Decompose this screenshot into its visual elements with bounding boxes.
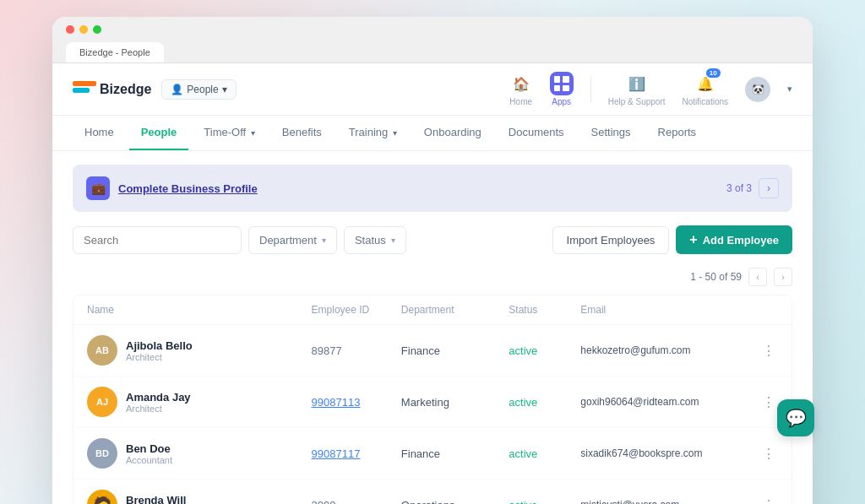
add-employee-button[interactable]: + Add Employee — [676, 225, 792, 254]
more-options-button[interactable]: ⋮ — [760, 446, 778, 462]
logo-area: Bizedge 👤 People ▾ — [73, 79, 237, 100]
nav-help[interactable]: ℹ️ Help & Support — [608, 72, 666, 106]
nav-item-settings[interactable]: Settings — [579, 116, 643, 150]
employee-cell: 🧑 Brenda Will Accountant — [87, 490, 312, 504]
maximize-dot[interactable] — [93, 25, 101, 34]
nav-apps-label: Apps — [552, 97, 571, 106]
status-label: Status — [355, 234, 386, 247]
employee-id[interactable]: 99087117 — [312, 447, 401, 460]
nav-divider — [590, 77, 591, 102]
employee-id: 89877 — [312, 344, 401, 357]
add-employee-label: Add Employee — [703, 234, 779, 247]
status-filter[interactable]: Status ▾ — [344, 226, 406, 254]
user-avatar[interactable]: 🐼 — [745, 77, 770, 102]
nav-item-people[interactable]: People — [129, 116, 189, 150]
browser-tab: Bizedge - People — [66, 42, 164, 62]
plus-icon: + — [689, 232, 697, 247]
more-options-button[interactable]: ⋮ — [760, 394, 778, 410]
employee-info: Ajibola Bello Architect — [126, 339, 193, 362]
employee-id: 3099 — [312, 499, 401, 505]
employee-name[interactable]: Ajibola Bello — [126, 339, 193, 352]
logo-icon — [73, 81, 96, 98]
employee-info: Ben Doe Accountant — [126, 442, 172, 465]
banner-left: 💼 Complete Business Profile — [86, 176, 258, 200]
banner-next-arrow[interactable]: › — [759, 178, 779, 198]
secondary-navigation: Home People Time-Off ▾ Benefits Training… — [52, 116, 813, 151]
user-dropdown-arrow[interactable]: ▾ — [787, 84, 792, 95]
chat-fab-button[interactable]: 💬 — [777, 399, 814, 436]
user-icon: 👤 — [171, 84, 183, 95]
department-arrow: ▾ — [322, 236, 326, 245]
logo[interactable]: Bizedge — [73, 81, 151, 98]
col-email: Email — [580, 304, 759, 316]
nav-item-documents[interactable]: Documents — [497, 116, 576, 150]
col-department: Department — [401, 304, 509, 316]
nav-notifications-label: Notifications — [683, 97, 728, 106]
table-header: Name Employee ID Department Status Email — [73, 295, 792, 325]
avatar: AJ — [87, 387, 117, 417]
help-icon: ℹ️ — [625, 72, 649, 95]
nav-item-reports[interactable]: Reports — [646, 116, 709, 150]
nav-item-onboarding[interactable]: Onboarding — [412, 116, 493, 150]
chevron-down-icon: ▾ — [222, 84, 227, 95]
bell-icon: 🔔 10 — [694, 72, 717, 95]
logo-text: Bizedge — [100, 82, 151, 97]
email-cell: hekkozetro@gufum.com — [580, 344, 759, 356]
nav-home-label: Home — [509, 97, 532, 106]
col-employee-id: Employee ID — [312, 304, 401, 316]
employee-name[interactable]: Ben Doe — [126, 442, 172, 455]
people-dropdown-badge[interactable]: 👤 People ▾ — [161, 79, 236, 100]
email-cell: misticusti@vusra.com — [580, 499, 759, 504]
notification-count: 10 — [706, 68, 721, 78]
avatar: BD — [87, 438, 117, 469]
employee-id[interactable]: 99087113 — [312, 396, 401, 409]
status-badge: active — [509, 447, 580, 460]
more-options-button[interactable]: ⋮ — [760, 343, 778, 359]
timeoff-arrow: ▾ — [251, 128, 255, 138]
nav-item-timeoff[interactable]: Time-Off ▾ — [192, 116, 266, 150]
close-dot[interactable] — [66, 25, 74, 34]
department-cell: Finance — [401, 344, 509, 357]
banner-title[interactable]: Complete Business Profile — [118, 182, 258, 195]
nav-apps[interactable]: Apps — [550, 72, 574, 106]
profile-banner: 💼 Complete Business Profile 3 of 3 › — [73, 165, 792, 212]
col-actions — [760, 304, 778, 316]
import-employees-button[interactable]: Import Employees — [552, 226, 670, 254]
email-cell: sixadik674@bookspre.com — [580, 447, 759, 459]
banner-counter: 3 of 3 — [726, 182, 752, 194]
table-row: AB Ajibola Bello Architect 89877 Finance… — [73, 325, 792, 377]
avatar: AB — [87, 335, 117, 366]
browser-chrome: Bizedge - People — [52, 17, 813, 63]
department-cell: Marketing — [401, 396, 509, 409]
department-cell: Operations — [401, 499, 509, 505]
minimize-dot[interactable] — [79, 25, 88, 34]
search-input[interactable] — [73, 226, 242, 254]
pagination-info: 1 - 50 of 59 — [690, 271, 742, 283]
table-row: AJ Amanda Jay Architect 99087113 Marketi… — [73, 377, 792, 428]
more-options-button[interactable]: ⋮ — [760, 497, 778, 505]
avatar: 🧑 — [87, 490, 117, 504]
employee-cell: AJ Amanda Jay Architect — [87, 387, 312, 417]
employee-info: Amanda Jay Architect — [126, 391, 191, 414]
nav-item-benefits[interactable]: Benefits — [270, 116, 334, 150]
employee-table: Name Employee ID Department Status Email… — [73, 295, 792, 504]
department-filter[interactable]: Department ▾ — [248, 226, 337, 254]
browser-dots — [66, 25, 799, 34]
chat-icon: 💬 — [786, 408, 807, 428]
nav-notifications[interactable]: 🔔 10 Notifications — [683, 72, 728, 106]
prev-page-button[interactable]: ‹ — [748, 268, 767, 286]
employee-name[interactable]: Brenda Will — [126, 494, 186, 505]
next-page-button[interactable]: › — [774, 268, 792, 286]
table-row: BD Ben Doe Accountant 99087117 Finance a… — [73, 428, 792, 480]
employee-name[interactable]: Amanda Jay — [126, 391, 191, 404]
nav-home[interactable]: 🏠 Home — [509, 72, 533, 106]
top-nav-right: 🏠 Home Apps ℹ️ Help & Support 🔔 10 — [509, 72, 792, 106]
banner-right: 3 of 3 › — [726, 178, 779, 198]
nav-item-training[interactable]: Training ▾ — [337, 116, 409, 150]
status-badge: active — [509, 344, 580, 357]
briefcase-icon: 💼 — [86, 176, 110, 200]
col-name: Name — [87, 304, 312, 316]
nav-item-home[interactable]: Home — [73, 116, 126, 150]
nav-help-label: Help & Support — [608, 97, 666, 106]
status-arrow: ▾ — [391, 236, 395, 245]
